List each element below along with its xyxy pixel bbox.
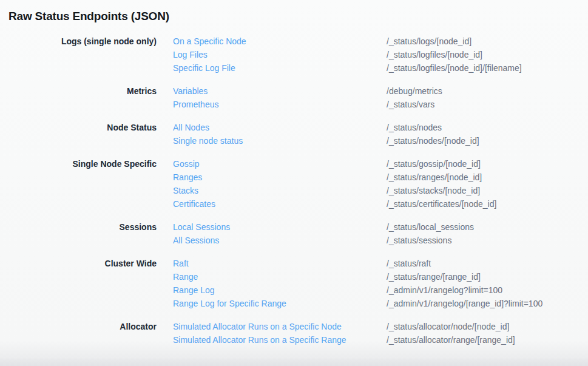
endpoint-link[interactable]: All Sessions [157, 234, 387, 247]
endpoint-path: /_status/nodes/[node_id] [387, 134, 479, 147]
endpoint-path: /_status/local_sessions [387, 220, 474, 234]
endpoint-row: Gossip /_status/gossip/[node_id] [157, 157, 588, 171]
endpoint-row: Variables /debug/metrics [157, 84, 588, 98]
endpoint-row: Log Files /_status/logfiles/[node_id] [157, 48, 588, 61]
endpoint-link[interactable]: Simulated Allocator Runs on a Specific N… [157, 320, 387, 333]
endpoint-row: Simulated Allocator Runs on a Specific N… [157, 320, 588, 333]
endpoint-groups: Logs (single node only) On a Specific No… [0, 35, 588, 347]
endpoint-row: Range /_status/range/[range_id] [157, 270, 588, 283]
endpoint-link[interactable]: On a Specific Node [157, 35, 387, 48]
endpoint-link[interactable]: Range [157, 270, 387, 283]
bottom-edge-shade [0, 358, 588, 366]
group-entries: Local Sessions /_status/local_sessions A… [157, 220, 588, 247]
group-entries: All Nodes /_status/nodes Single node sta… [157, 121, 588, 147]
endpoint-link[interactable]: Prometheus [157, 98, 387, 111]
endpoint-path: /_admin/v1/rangelog/[range_id]?limit=100 [387, 297, 542, 310]
endpoint-path: /debug/metrics [387, 84, 442, 98]
endpoint-path: /_status/gossip/[node_id] [387, 157, 481, 171]
endpoint-path: /_status/logfiles/[node_id]/[filename] [387, 61, 522, 75]
group-entries: Gossip /_status/gossip/[node_id] Ranges … [157, 157, 588, 211]
endpoint-path: /_status/stacks/[node_id] [387, 184, 480, 197]
group-entries: Simulated Allocator Runs on a Specific N… [157, 320, 588, 347]
endpoint-group: Sessions Local Sessions /_status/local_s… [0, 220, 588, 247]
endpoint-group: Cluster Wide Raft /_status/raft Range /_… [0, 257, 588, 310]
endpoint-group: Single Node Specific Gossip /_status/gos… [0, 157, 588, 211]
group-category-label: Node Status [0, 121, 157, 147]
endpoint-link[interactable]: Local Sessions [157, 220, 387, 234]
endpoint-row: Range Log /_admin/v1/rangelog?limit=100 [157, 283, 588, 297]
endpoint-link[interactable]: Certificates [157, 197, 387, 211]
group-entries: On a Specific Node /_status/logs/[node_i… [157, 35, 588, 75]
group-category-label: Cluster Wide [0, 257, 157, 310]
group-category-label: Logs (single node only) [0, 35, 157, 75]
endpoint-link[interactable]: Log Files [157, 48, 387, 61]
group-category-label: Sessions [0, 220, 157, 247]
endpoint-row: Raft /_status/raft [157, 257, 588, 270]
endpoint-path: /_status/logfiles/[node_id] [387, 48, 482, 61]
endpoint-link[interactable]: Single node status [157, 134, 387, 147]
endpoint-row: On a Specific Node /_status/logs/[node_i… [157, 35, 588, 48]
endpoint-row: Single node status /_status/nodes/[node_… [157, 134, 588, 147]
endpoint-link[interactable]: Raft [157, 257, 387, 270]
endpoint-group: Metrics Variables /debug/metrics Prometh… [0, 84, 588, 111]
endpoint-group: Node Status All Nodes /_status/nodes Sin… [0, 121, 588, 147]
group-category-label: Allocator [0, 320, 157, 347]
endpoint-row: Ranges /_status/ranges/[node_id] [157, 171, 588, 184]
endpoint-path: /_status/range/[range_id] [387, 270, 481, 283]
endpoint-row: Local Sessions /_status/local_sessions [157, 220, 588, 234]
endpoint-row: All Sessions /_status/sessions [157, 234, 588, 247]
endpoint-row: Specific Log File /_status/logfiles/[nod… [157, 61, 588, 75]
endpoint-link[interactable]: Specific Log File [157, 61, 387, 75]
endpoint-path: /_status/certificates/[node_id] [387, 197, 496, 211]
endpoint-path: /_admin/v1/rangelog?limit=100 [387, 283, 502, 297]
group-category-label: Single Node Specific [0, 157, 157, 211]
endpoint-link[interactable]: All Nodes [157, 121, 387, 134]
endpoint-path: /_status/allocator/range/[range_id] [387, 333, 515, 347]
endpoint-group: Allocator Simulated Allocator Runs on a … [0, 320, 588, 347]
endpoint-path: /_status/vars [387, 98, 434, 111]
endpoint-path: /_status/nodes [387, 121, 442, 134]
endpoint-link[interactable]: Stacks [157, 184, 387, 197]
endpoint-row: Range Log for Specific Range /_admin/v1/… [157, 297, 588, 310]
group-entries: Variables /debug/metrics Prometheus /_st… [157, 84, 588, 111]
debug-endpoints-page: { "page": { "title": "Raw Status Endpoin… [0, 0, 588, 366]
endpoint-link[interactable]: Range Log for Specific Range [157, 297, 387, 310]
endpoint-link[interactable]: Simulated Allocator Runs on a Specific R… [157, 333, 387, 347]
endpoint-link[interactable]: Variables [157, 84, 387, 98]
endpoint-row: All Nodes /_status/nodes [157, 121, 588, 134]
endpoint-link[interactable]: Gossip [157, 157, 387, 171]
group-category-label: Metrics [0, 84, 157, 111]
endpoint-path: /_status/ranges/[node_id] [387, 171, 482, 184]
endpoint-row: Simulated Allocator Runs on a Specific R… [157, 333, 588, 347]
endpoint-row: Stacks /_status/stacks/[node_id] [157, 184, 588, 197]
endpoint-group: Logs (single node only) On a Specific No… [0, 35, 588, 75]
endpoint-path: /_status/allocator/node/[node_id] [387, 320, 509, 333]
endpoint-link[interactable]: Ranges [157, 171, 387, 184]
group-entries: Raft /_status/raft Range /_status/range/… [157, 257, 588, 310]
endpoint-link[interactable]: Range Log [157, 283, 387, 297]
endpoint-path: /_status/sessions [387, 234, 451, 247]
page-title: Raw Status Endpoints (JSON) [0, 0, 588, 24]
endpoint-path: /_status/logs/[node_id] [387, 35, 471, 48]
endpoint-row: Prometheus /_status/vars [157, 98, 588, 111]
endpoint-row: Certificates /_status/certificates/[node… [157, 197, 588, 211]
endpoint-path: /_status/raft [387, 257, 431, 270]
